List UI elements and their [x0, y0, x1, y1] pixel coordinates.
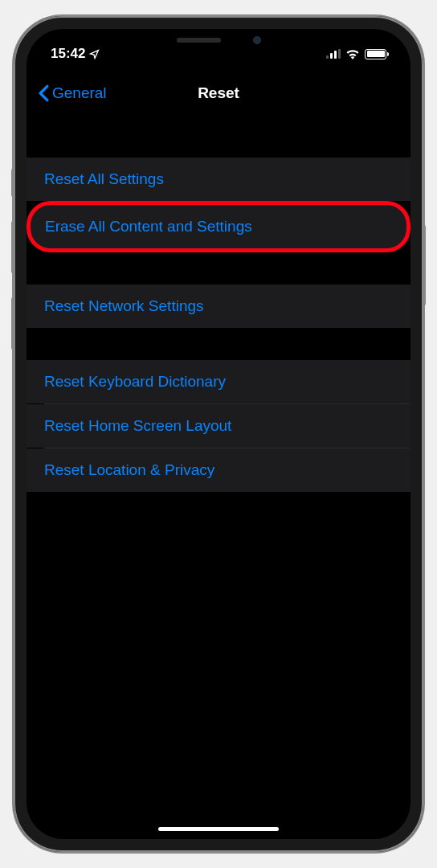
status-time: 15:42 — [51, 46, 85, 62]
list-item-label: Reset Keyboard Dictionary — [44, 373, 226, 390]
settings-group: Reset All Settings Erase All Content and… — [27, 158, 410, 252]
settings-group: Reset Keyboard Dictionary Reset Home Scr… — [27, 360, 410, 492]
list-item-label: Reset Home Screen Layout — [44, 417, 231, 434]
list-item-label: Reset All Settings — [44, 170, 164, 187]
back-button[interactable]: General — [39, 84, 107, 102]
page-title: Reset — [198, 84, 239, 102]
signal-icon — [326, 49, 341, 59]
settings-group: Reset Network Settings — [27, 285, 410, 328]
chevron-left-icon — [39, 84, 49, 102]
content: Reset All Settings Erase All Content and… — [27, 117, 410, 492]
notch — [138, 29, 299, 51]
phone-frame: 15:42 — [14, 16, 423, 852]
battery-icon — [365, 49, 386, 59]
reset-keyboard-dictionary-item[interactable]: Reset Keyboard Dictionary — [27, 360, 410, 403]
wifi-icon — [345, 48, 360, 59]
back-label: General — [52, 84, 107, 102]
reset-location-privacy-item[interactable]: Reset Location & Privacy — [27, 448, 410, 492]
screen: 15:42 — [27, 29, 410, 839]
list-item-label: Erase All Content and Settings — [45, 218, 252, 235]
list-item-label: Reset Location & Privacy — [44, 461, 214, 478]
nav-bar: General Reset — [27, 69, 410, 117]
location-icon — [89, 49, 100, 59]
reset-network-settings-item[interactable]: Reset Network Settings — [27, 285, 410, 328]
reset-all-settings-item[interactable]: Reset All Settings — [27, 158, 410, 201]
erase-all-content-item[interactable]: Erase All Content and Settings — [27, 201, 410, 252]
list-item-label: Reset Network Settings — [44, 297, 204, 314]
reset-home-screen-layout-item[interactable]: Reset Home Screen Layout — [27, 404, 410, 448]
home-indicator[interactable] — [158, 827, 279, 831]
